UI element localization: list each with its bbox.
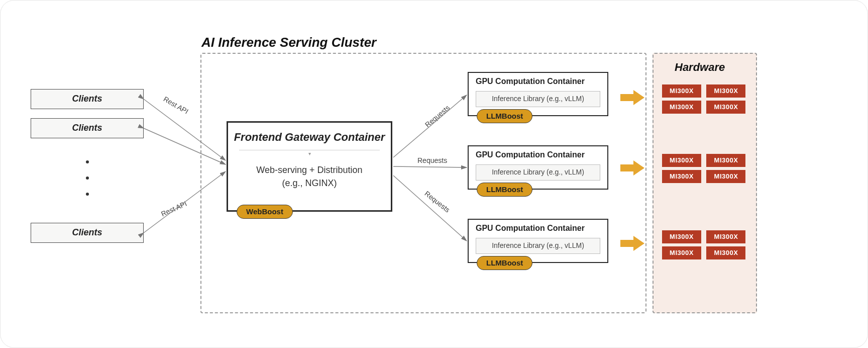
- inference-library-box: Inference Library (e.g., vLLM): [476, 164, 600, 181]
- gateway-subtitle: Web-serving + Distribution (e.g., NGINX): [228, 163, 391, 190]
- hardware-title: Hardware: [675, 61, 725, 74]
- hardware-group: MI300X MI300X MI300X MI300X: [661, 83, 748, 115]
- client-box: Clients: [31, 89, 144, 109]
- arrow-icon: [620, 236, 644, 251]
- ellipsis-dot: [86, 193, 89, 196]
- llmboost-pill: LLMBoost: [477, 256, 532, 270]
- gpu-title: GPU Computation Container: [476, 150, 607, 159]
- edge-label-rest-api: Rest API: [162, 95, 190, 115]
- edge-label-rest-api: Rest API: [160, 200, 188, 218]
- svg-marker-1: [620, 160, 644, 176]
- llmboost-pill: LLMBoost: [477, 183, 532, 197]
- gateway-line2: (e.g., NGINX): [282, 178, 337, 188]
- hw-chip: MI300X: [706, 101, 745, 114]
- edge-label-requests: Requests: [417, 156, 447, 164]
- hardware-group: MI300X MI300X MI300X MI300X: [661, 229, 748, 261]
- hw-chip: MI300X: [662, 246, 701, 259]
- hw-chip: MI300X: [706, 230, 745, 243]
- cluster-title: AI Inference Serving Cluster: [201, 35, 376, 50]
- webboost-pill: WebBoost: [237, 205, 293, 219]
- hw-chip: MI300X: [706, 154, 745, 167]
- gateway-title: Frontend Gateway Container: [228, 131, 391, 144]
- gpu-title: GPU Computation Container: [476, 224, 607, 233]
- hw-chip: MI300X: [706, 246, 745, 259]
- hw-chip: MI300X: [706, 84, 745, 98]
- arrow-icon: [620, 90, 644, 105]
- gpu-title: GPU Computation Container: [476, 77, 607, 86]
- inference-library-box: Inference Library (e.g., vLLM): [476, 91, 600, 107]
- hardware-group: MI300X MI300X MI300X MI300X: [661, 152, 748, 185]
- divider: [239, 150, 380, 150]
- hw-chip: MI300X: [662, 230, 701, 243]
- hw-chip: MI300X: [662, 84, 701, 98]
- llmboost-pill: LLMBoost: [477, 109, 532, 123]
- diagram-canvas: AI Inference Serving Cluster Hardware Cl…: [0, 0, 868, 348]
- hw-chip: MI300X: [662, 101, 701, 114]
- svg-marker-0: [620, 90, 644, 105]
- svg-marker-2: [620, 236, 644, 251]
- chevron-down-icon: ▾: [308, 151, 311, 156]
- ellipsis-dot: [86, 160, 89, 163]
- hw-chip: MI300X: [706, 170, 745, 183]
- hw-chip: MI300X: [662, 154, 701, 167]
- gateway-line1: Web-serving + Distribution: [256, 165, 362, 175]
- frontend-gateway-container: Frontend Gateway Container ▾ Web-serving…: [227, 121, 392, 212]
- arrow-icon: [620, 160, 644, 176]
- hw-chip: MI300X: [662, 170, 701, 183]
- ellipsis-dot: [86, 177, 89, 180]
- client-box: Clients: [31, 118, 144, 138]
- client-box: Clients: [31, 223, 144, 243]
- inference-library-box: Inference Library (e.g., vLLM): [476, 238, 600, 254]
